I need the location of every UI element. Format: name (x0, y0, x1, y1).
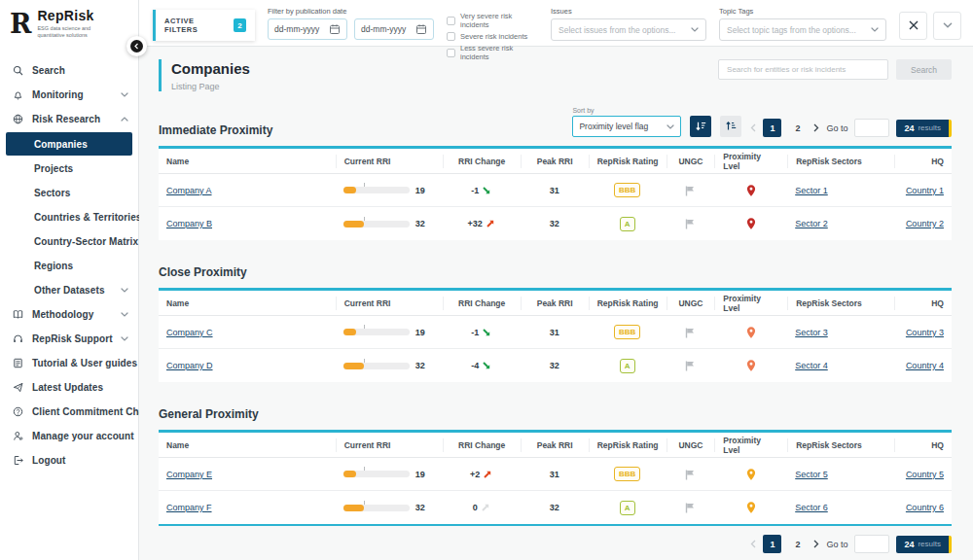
logout-icon (13, 455, 24, 467)
sidebar: R RepRisk ESG data science and quantitat… (0, 0, 139, 560)
trend-arrow-icon (486, 219, 495, 228)
country-link[interactable]: Country 3 (906, 328, 944, 337)
date-from-input[interactable]: dd-mm-yyyy (268, 18, 347, 40)
goto-label: Go to (826, 540, 847, 549)
sector-link[interactable]: Sector 5 (795, 470, 828, 479)
sort-ascending-button[interactable] (720, 116, 741, 137)
company-link[interactable]: Company A (166, 186, 212, 195)
country-link[interactable]: Country 5 (906, 470, 944, 479)
company-link[interactable]: Company E (166, 470, 212, 479)
results-label: results (918, 123, 941, 132)
checkbox-icon[interactable] (447, 32, 455, 41)
company-link[interactable]: Company F (166, 503, 212, 512)
page-button-2[interactable]: 2 (788, 119, 807, 137)
topic-tags-filter: Topic Tags Select topic tags from the op… (719, 5, 886, 41)
sidebar-item-label: Methodology (32, 309, 93, 320)
sidebar-item-projects[interactable]: Projects (0, 157, 138, 181)
sort-descending-button[interactable] (690, 116, 711, 137)
clear-filters-button[interactable] (899, 12, 927, 40)
sidebar-item-regions[interactable]: Regions (0, 254, 138, 278)
user-icon (13, 431, 24, 442)
chevron-down-icon (121, 312, 128, 317)
sidebar-collapse-button[interactable] (126, 36, 147, 56)
sidebar-item-tutorial-user-guides[interactable]: Tutorial & User guides (0, 351, 138, 375)
sidebar-item-countries-territories[interactable]: Countries & Territories (0, 205, 138, 229)
ungc-flag-icon (684, 469, 696, 480)
entity-search-input[interactable] (718, 59, 888, 80)
proximity-pin-icon (744, 326, 758, 339)
reprisk-rating-badge: A (620, 359, 635, 373)
sector-link[interactable]: Sector 2 (795, 219, 828, 228)
sidebar-item-label: Sectors (34, 188, 70, 198)
company-link[interactable]: Company D (166, 361, 213, 370)
peak-rri-value: 31 (550, 470, 559, 479)
sort-by-select[interactable]: Proximity level flag (572, 116, 681, 137)
next-page-button[interactable] (813, 540, 819, 548)
sidebar-item-search[interactable]: Search (0, 58, 138, 83)
severity-option-severe[interactable]: Severe risk incidents (447, 32, 538, 41)
section-title-immediate-proximity: Immediate Proximity (159, 123, 272, 137)
column-header-hq: HQ (894, 297, 952, 310)
issues-select[interactable]: Select issues from the options... (551, 18, 706, 41)
page-button-1[interactable]: 1 (763, 535, 781, 553)
sector-link[interactable]: Sector 4 (795, 361, 828, 370)
rri-value: 19 (415, 328, 425, 337)
reprisk-rating-badge: BBB (614, 183, 640, 197)
sidebar-item-logout[interactable]: Logout (0, 448, 138, 472)
sidebar-item-label: RepRisk Support (32, 333, 113, 344)
goto-page-input[interactable] (854, 535, 889, 553)
sidebar-item-monitoring[interactable]: Monitoring (0, 83, 138, 107)
sidebar-item-risk-research[interactable]: Risk Research (0, 107, 138, 131)
headset-icon (13, 333, 24, 345)
page-button-2[interactable]: 2 (788, 535, 807, 553)
sidebar-item-country-sector-matrix[interactable]: Country-Sector Matrix (0, 229, 138, 254)
sidebar-item-manage-account[interactable]: Manage your account (0, 424, 138, 448)
sidebar-item-other-datasets[interactable]: Other Datasets (0, 278, 138, 302)
checkbox-icon[interactable] (447, 17, 455, 25)
column-header-current-rri: Current RRI (336, 438, 443, 452)
goto-page-input[interactable] (854, 119, 889, 137)
sidebar-item-companies[interactable]: Companies (6, 132, 132, 156)
company-link[interactable]: Company B (166, 219, 212, 228)
page-button-1[interactable]: 1 (763, 119, 781, 137)
results-label: results (918, 540, 941, 548)
country-link[interactable]: Country 2 (906, 219, 944, 228)
rri-bar (343, 187, 410, 193)
column-header-name: Name (159, 157, 336, 166)
sidebar-item-methodology[interactable]: Methodology (0, 302, 138, 327)
chevron-up-icon (121, 117, 128, 122)
sector-link[interactable]: Sector 6 (795, 503, 828, 512)
active-filters-chip[interactable]: ACTIVE FILTERS 2 (153, 10, 255, 41)
column-header-ungc: UNGC (667, 438, 715, 452)
country-link[interactable]: Country 1 (906, 186, 944, 195)
severity-option-very-severe[interactable]: Very severe risk incidents (447, 12, 538, 29)
next-page-button[interactable] (813, 123, 819, 132)
country-link[interactable]: Country 4 (906, 361, 944, 370)
filter-bar: ACTIVE FILTERS 2 Filter by publication d… (139, 0, 973, 47)
sidebar-item-reprisk-support[interactable]: RepRisk Support (0, 327, 138, 351)
collapse-filters-button[interactable] (933, 12, 961, 40)
search-button[interactable]: Search (896, 59, 952, 80)
peak-marker (364, 467, 365, 471)
sidebar-item-sectors[interactable]: Sectors (0, 181, 138, 205)
sector-link[interactable]: Sector 3 (795, 328, 828, 337)
column-header-current-rri: Current RRI (336, 155, 443, 168)
prev-page-button[interactable] (750, 540, 756, 548)
rri-bar (343, 505, 410, 511)
company-link[interactable]: Company C (166, 328, 213, 337)
rri-value: 32 (415, 219, 425, 228)
sector-link[interactable]: Sector 1 (795, 186, 828, 195)
date-to-input[interactable]: dd-mm-yyyy (354, 18, 434, 40)
prev-page-button[interactable] (750, 123, 756, 132)
active-filters-count-badge: 2 (234, 18, 246, 32)
column-header-peak-rri: Peak RRI (521, 297, 589, 310)
sidebar-item-latest-updates[interactable]: Latest Updates (0, 375, 138, 400)
sort-ascending-icon (725, 121, 737, 132)
topic-tags-select[interactable]: Select topic tags from the options... (719, 18, 886, 41)
globe-icon (13, 114, 24, 125)
country-link[interactable]: Country 6 (906, 503, 944, 512)
pagination-top: 1 2 Go to 24 results (750, 119, 952, 137)
main-area: ACTIVE FILTERS 2 Filter by publication d… (139, 0, 973, 560)
sidebar-item-client-commitment-charter[interactable]: Client Commitment Charter (0, 400, 138, 424)
app-window: R RepRisk ESG data science and quantitat… (0, 0, 973, 560)
